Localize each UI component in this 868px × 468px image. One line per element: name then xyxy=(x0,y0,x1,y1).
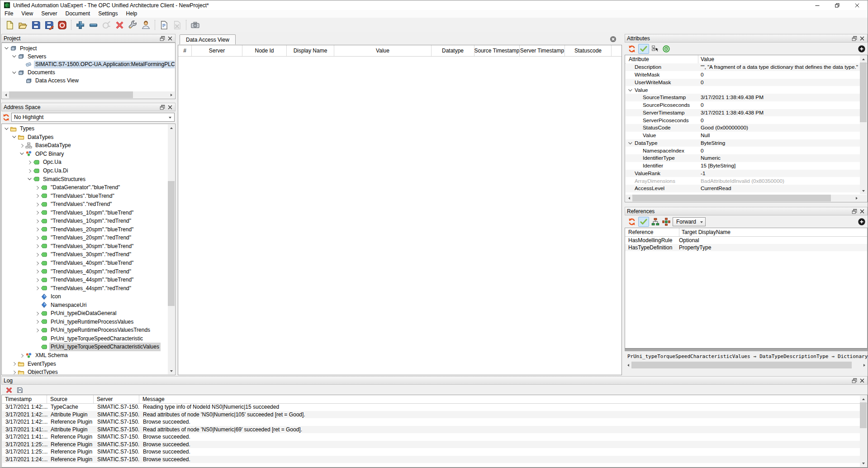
expander-closed-icon[interactable] xyxy=(19,353,24,358)
column-header-target-displayname[interactable]: Target DisplayName xyxy=(679,228,867,236)
tree-item[interactable]: Icon xyxy=(2,292,168,301)
clear-log-icon[interactable] xyxy=(5,387,13,394)
open-document-button[interactable] xyxy=(16,19,29,31)
expander-open-icon[interactable] xyxy=(628,88,633,93)
expander-open-icon[interactable] xyxy=(4,46,9,51)
tree-item[interactable]: "TrendValues_20spm"."redTrend" xyxy=(2,234,168,242)
column-header-reference[interactable]: Reference xyxy=(625,228,679,236)
tree-item[interactable]: Servers xyxy=(2,53,175,61)
connect-server-button[interactable] xyxy=(100,19,113,31)
save-log-icon[interactable] xyxy=(16,387,24,394)
tree-item[interactable]: Project xyxy=(2,44,175,53)
tree-item[interactable]: "TrendValues"."redTrend" xyxy=(2,200,168,209)
tree-item[interactable]: "TrendValues_40spm"."redTrend" xyxy=(2,267,168,276)
expander-closed-icon[interactable] xyxy=(12,361,17,366)
menu-item-file[interactable]: File xyxy=(0,10,17,18)
menu-item-document[interactable]: Document xyxy=(61,10,94,18)
tree-item[interactable]: PrUni_typeRuntimeProcessValuesTrends xyxy=(2,326,168,334)
tree-item[interactable]: "TrendValues_30spm"."redTrend" xyxy=(2,250,168,259)
expander-open-icon[interactable] xyxy=(4,126,9,131)
expander-open-icon[interactable] xyxy=(12,70,17,75)
tree-item[interactable]: "TrendValues_40spm"."blueTrend" xyxy=(2,259,168,267)
expander-closed-icon[interactable] xyxy=(35,202,40,207)
expander-closed-icon[interactable] xyxy=(35,261,40,266)
float-panel-icon[interactable] xyxy=(159,104,166,110)
close-button[interactable] xyxy=(847,0,867,10)
select-attributes-icon[interactable] xyxy=(651,45,659,53)
float-panel-icon[interactable] xyxy=(851,377,858,384)
tree-item[interactable]: EventTypes xyxy=(2,359,168,368)
close-panel-icon[interactable] xyxy=(859,208,865,215)
expander-closed-icon[interactable] xyxy=(35,328,40,333)
expander-closed-icon[interactable] xyxy=(35,286,40,291)
menu-item-view[interactable]: View xyxy=(17,10,37,18)
tree-item[interactable]: Opc.Ua xyxy=(2,158,168,167)
expander-closed-icon[interactable] xyxy=(35,193,40,198)
expander-closed-icon[interactable] xyxy=(27,160,32,165)
close-panel-icon[interactable] xyxy=(167,104,173,110)
menu-item-settings[interactable]: Settings xyxy=(94,10,122,18)
attribute-row[interactable]: Value xyxy=(626,86,860,94)
tree-item[interactable]: Data Access View xyxy=(2,76,175,85)
highlight-target-icon[interactable] xyxy=(662,45,670,53)
server-properties-button[interactable] xyxy=(126,19,139,31)
column-header-value[interactable]: Value xyxy=(698,55,867,63)
log-row[interactable]: 3/17/2021 1:25:...Reference PluginSIMATI… xyxy=(2,448,860,456)
expander-closed-icon[interactable] xyxy=(35,210,40,215)
auto-update-toggle[interactable] xyxy=(638,217,649,227)
attribute-row[interactable]: DataTypeByteString xyxy=(626,139,860,147)
tree-item[interactable]: PrUni_typeRuntimeProcessValues xyxy=(2,318,168,326)
attributes-vertical-scrollbar[interactable] xyxy=(860,56,867,194)
close-tab-icon[interactable] xyxy=(610,36,617,43)
tree-item[interactable]: OPC Binary xyxy=(2,150,168,158)
save-document-button[interactable] xyxy=(29,19,43,31)
column-header-datatype[interactable]: Datatype xyxy=(432,45,474,56)
expander-closed-icon[interactable] xyxy=(35,235,40,240)
attribute-row[interactable]: Description"", "A fragment of a data typ… xyxy=(626,63,860,71)
attribute-row[interactable]: SourcePicoseconds0 xyxy=(626,101,860,109)
column-header-display-name[interactable]: Display Name xyxy=(287,45,334,56)
tree-item[interactable]: NamespaceUri xyxy=(2,301,168,309)
log-row[interactable]: 3/17/2021 1:24:...Reference PluginSIMATI… xyxy=(2,456,860,463)
attribute-row[interactable]: UserWriteMask0 xyxy=(626,79,860,86)
log-row[interactable]: 3/17/2021 1:42:...Attribute PluginSIMATI… xyxy=(2,411,860,419)
save-document-as-button[interactable] xyxy=(43,19,56,31)
expander-open-icon[interactable] xyxy=(12,134,17,139)
expander-closed-icon[interactable] xyxy=(35,219,40,224)
expander-closed-icon[interactable] xyxy=(35,319,40,324)
change-user-button[interactable] xyxy=(139,19,152,31)
attribute-row[interactable]: WriteMask0 xyxy=(626,71,860,79)
tree-item[interactable]: ObjectTypes xyxy=(2,368,168,374)
tree-item[interactable]: "TrendValues"."blueTrend" xyxy=(2,191,168,200)
attribute-row[interactable]: ValueNull xyxy=(626,132,860,139)
float-panel-icon[interactable] xyxy=(851,35,858,42)
expander-open-icon[interactable] xyxy=(27,177,32,181)
expander-closed-icon[interactable] xyxy=(35,269,40,274)
expander-closed-icon[interactable] xyxy=(35,252,40,257)
log-row[interactable]: 3/17/2021 1:41:...Reference PluginSIMATI… xyxy=(2,433,860,441)
attribute-row[interactable]: IdentifierTypeNumeric xyxy=(626,154,860,162)
expander-closed-icon[interactable] xyxy=(35,277,40,282)
column-header-attribute[interactable]: Attribute xyxy=(625,55,698,63)
refresh-attributes-icon[interactable] xyxy=(628,45,636,53)
column-header-server[interactable]: Server xyxy=(192,45,242,56)
expander-closed-icon[interactable] xyxy=(35,227,40,232)
attribute-row[interactable]: StatusCodeGood (0x00000000) xyxy=(626,124,860,132)
tree-item[interactable]: BaseDataType xyxy=(2,141,168,150)
expand-all-icon[interactable] xyxy=(858,45,866,53)
quit-button[interactable] xyxy=(56,19,69,31)
expander-closed-icon[interactable] xyxy=(35,185,40,190)
column-header-source-timestamp[interactable]: Source Timestamp xyxy=(474,45,520,56)
project-horizontal-scrollbar[interactable] xyxy=(2,91,175,98)
expander-closed-icon[interactable] xyxy=(35,244,40,248)
restore-button[interactable] xyxy=(827,0,847,10)
refresh-references-icon[interactable] xyxy=(628,218,636,226)
tree-item[interactable]: "DataGenerator"."blueTrend" xyxy=(2,183,168,192)
tree-item[interactable]: XML Schema xyxy=(2,351,168,360)
add-document-button[interactable] xyxy=(157,19,171,31)
hierarchical-references-icon[interactable] xyxy=(651,218,659,226)
column-header-server-timestamp[interactable]: Server Timestamp xyxy=(520,45,565,56)
add-server-button[interactable] xyxy=(74,19,87,31)
menu-item-server[interactable]: Server xyxy=(37,10,61,18)
column-header-value[interactable]: Value xyxy=(334,45,432,56)
